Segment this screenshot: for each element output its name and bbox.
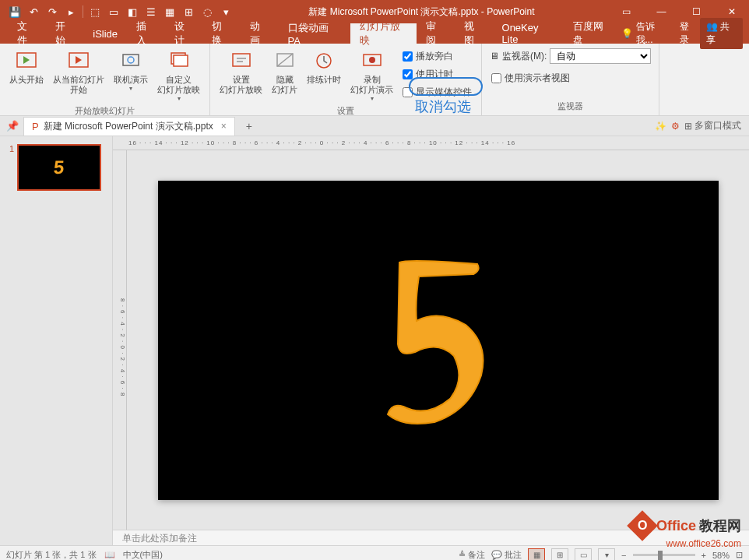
login-link[interactable]: 登录 bbox=[680, 20, 697, 47]
slide-counter[interactable]: 幻灯片 第 1 张，共 1 张 bbox=[6, 549, 97, 560]
slide[interactable] bbox=[158, 181, 719, 500]
quick-access-toolbar: 💾 ↶ ↷ ▸ ⬚ ▭ ◧ ☰ ▦ ⊞ ◌ ▾ bbox=[0, 3, 234, 20]
present-online-button[interactable]: 联机演示 ▾ bbox=[111, 47, 151, 93]
main-area: 1 5 16 · · · 14 · · · 12 · · · 10 · · · … bbox=[0, 136, 749, 545]
qat-icon-2[interactable]: ▭ bbox=[105, 3, 122, 20]
lightbulb-icon: 💡 bbox=[621, 28, 633, 39]
qat-icon-3[interactable]: ◧ bbox=[124, 3, 141, 20]
save-icon[interactable]: 💾 bbox=[6, 3, 23, 20]
tab-pocket[interactable]: 口袋动画 PA bbox=[279, 23, 350, 44]
tab-view[interactable]: 视图 bbox=[455, 23, 493, 44]
annotation-circle bbox=[409, 77, 483, 96]
zoom-in-button[interactable]: + bbox=[702, 551, 706, 560]
thumbnail-item[interactable]: 1 5 bbox=[5, 144, 107, 191]
sorter-view-button[interactable]: ⊞ bbox=[551, 548, 568, 561]
pin-icon[interactable]: 📌 bbox=[6, 120, 19, 132]
multiwindow-button[interactable]: ⊞ 多窗口模式 bbox=[684, 119, 741, 132]
qat-dropdown-icon[interactable]: ▾ bbox=[217, 3, 234, 20]
setup-slideshow-button[interactable]: 设置 幻灯片放映 bbox=[216, 47, 265, 97]
hide-icon bbox=[273, 48, 297, 73]
timings-check[interactable] bbox=[403, 69, 413, 79]
setup-icon bbox=[229, 48, 254, 73]
reading-view-button[interactable]: ▭ bbox=[575, 548, 592, 561]
tab-insert[interactable]: 插入 bbox=[127, 23, 165, 44]
tab-baidu[interactable]: 百度网盘 bbox=[564, 23, 621, 44]
gear-icon[interactable]: ⚙ bbox=[671, 121, 680, 132]
share-icon: 👥 bbox=[706, 21, 718, 32]
thumbnail-number: 1 bbox=[5, 144, 14, 191]
redo-icon[interactable]: ↷ bbox=[44, 3, 61, 20]
group-label-monitors: 监视器 bbox=[488, 99, 652, 114]
tab-home[interactable]: 开始 bbox=[46, 23, 84, 44]
tab-animations[interactable]: 动画 bbox=[241, 23, 279, 44]
monitor-selector: 🖥 监视器(M): 自动 bbox=[488, 47, 652, 65]
document-tab-name: 新建 Microsoft PowerPoint 演示文稿.pptx bbox=[44, 120, 213, 133]
share-button[interactable]: 👥 共享 bbox=[700, 18, 743, 49]
narrations-check[interactable] bbox=[403, 51, 413, 62]
svg-rect-6 bbox=[233, 54, 250, 66]
fit-window-button[interactable]: ⊡ bbox=[736, 550, 743, 560]
document-tab[interactable]: P 新建 Microsoft PowerPoint 演示文稿.pptx × bbox=[23, 117, 235, 136]
svg-point-3 bbox=[128, 57, 134, 63]
language-indicator[interactable]: 中文(中国) bbox=[123, 549, 163, 560]
document-tabs: 📌 P 新建 Microsoft PowerPoint 演示文稿.pptx × … bbox=[0, 116, 749, 136]
close-tab-icon[interactable]: × bbox=[221, 121, 227, 132]
wand-icon[interactable]: ✨ bbox=[655, 121, 666, 132]
comments-button[interactable]: 💬 批注 bbox=[491, 549, 522, 560]
qat-icon-1[interactable]: ⬚ bbox=[86, 3, 104, 20]
zoom-slider[interactable] bbox=[633, 554, 695, 556]
svg-point-11 bbox=[369, 57, 375, 63]
hide-slide-button[interactable]: 隐藏 幻灯片 bbox=[269, 47, 301, 97]
tab-transitions[interactable]: 切换 bbox=[202, 23, 241, 44]
presenter-check[interactable] bbox=[491, 73, 501, 83]
tab-islide[interactable]: iSlide bbox=[83, 23, 127, 44]
dropdown-icon: ▾ bbox=[178, 95, 181, 102]
add-tab-button[interactable]: + bbox=[240, 120, 258, 132]
rehearse-button[interactable]: 排练计时 bbox=[304, 47, 344, 86]
qat-icon-5[interactable]: ▦ bbox=[161, 3, 178, 20]
play-narrations-checkbox[interactable]: 播放旁白 bbox=[399, 48, 475, 65]
qat-icon-7[interactable]: ◌ bbox=[199, 3, 216, 20]
group-start-slideshow: 从头开始 从当前幻灯片 开始 联机演示 ▾ 自定义 幻灯片放映 ▾ 开始放映幻灯… bbox=[0, 44, 210, 115]
slide-container[interactable] bbox=[127, 150, 749, 530]
group-monitors: 🖥 监视器(M): 自动 使用演示者视图 监视器 bbox=[482, 44, 659, 115]
status-bar: 幻灯片 第 1 张，共 1 张 📖 中文(中国) ≜ 备注 💬 批注 ▦ ⊞ ▭… bbox=[0, 545, 749, 560]
from-current-button[interactable]: 从当前幻灯片 开始 bbox=[50, 47, 107, 97]
svg-rect-2 bbox=[123, 55, 139, 65]
zoom-level[interactable]: 58% bbox=[712, 551, 730, 560]
tab-review[interactable]: 审阅 bbox=[417, 23, 455, 44]
tab-slideshow[interactable]: 幻灯片放映 bbox=[350, 23, 417, 44]
play-icon bbox=[14, 48, 39, 73]
ribbon-tabs: 文件 开始 iSlide 插入 设计 切换 动画 口袋动画 PA 幻灯片放映 审… bbox=[0, 23, 749, 44]
tab-file[interactable]: 文件 bbox=[8, 23, 46, 44]
notes-button[interactable]: ≜ 备注 bbox=[459, 549, 485, 560]
tab-design[interactable]: 设计 bbox=[165, 23, 203, 44]
tell-me[interactable]: 告诉我... bbox=[636, 20, 669, 47]
record-icon bbox=[360, 48, 385, 73]
play-current-icon bbox=[66, 48, 91, 73]
vertical-ruler: 8 · 6 · 4 · 2 · 0 · 2 · 4 · 6 · 8 bbox=[113, 150, 127, 530]
custom-slideshow-button[interactable]: 自定义 幻灯片放映 ▾ bbox=[154, 47, 203, 104]
qat-icon-4[interactable]: ☰ bbox=[142, 3, 160, 20]
from-beginning-button[interactable]: 从头开始 bbox=[6, 47, 47, 86]
ribbon: 从头开始 从当前幻灯片 开始 联机演示 ▾ 自定义 幻灯片放映 ▾ 开始放映幻灯… bbox=[0, 44, 749, 116]
spellcheck-icon[interactable]: 📖 bbox=[104, 550, 115, 560]
window-icon: ⊞ bbox=[684, 121, 692, 132]
undo-icon[interactable]: ↶ bbox=[25, 3, 42, 20]
qat-icon-6[interactable]: ⊞ bbox=[180, 3, 197, 20]
presenter-view-checkbox[interactable]: 使用演示者视图 bbox=[488, 70, 573, 86]
thumbnail-preview[interactable]: 5 bbox=[17, 144, 101, 191]
record-button[interactable]: 录制 幻灯片演示 ▾ bbox=[347, 47, 396, 104]
watermark-text-2: 教程网 bbox=[699, 516, 741, 535]
tab-onekey[interactable]: OneKey Lite bbox=[493, 23, 564, 44]
horizontal-ruler: 16 · · · 14 · · · 12 · · · 10 · · · 8 · … bbox=[113, 136, 749, 150]
normal-view-button[interactable]: ▦ bbox=[528, 548, 545, 561]
watermark-url: www.office26.com bbox=[666, 538, 742, 549]
watermark-icon: O bbox=[627, 510, 658, 541]
start-slideshow-icon[interactable]: ▸ bbox=[62, 3, 79, 20]
slideshow-view-button[interactable]: ▾ bbox=[598, 548, 615, 561]
zoom-out-button[interactable]: − bbox=[621, 551, 626, 560]
monitor-icon: 🖥 bbox=[490, 51, 499, 62]
monitor-dropdown[interactable]: 自动 bbox=[550, 48, 651, 64]
canvas-area: 16 · · · 14 · · · 12 · · · 10 · · · 8 · … bbox=[113, 136, 749, 545]
